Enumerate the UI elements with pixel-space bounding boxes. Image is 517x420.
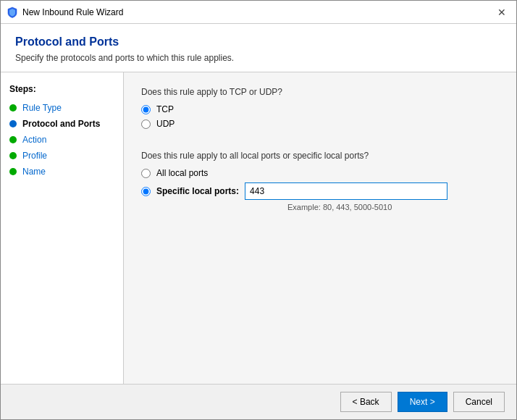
specific-ports-label[interactable]: Specific local ports:: [156, 186, 239, 196]
sidebar-label-protocol-ports: Protocol and Ports: [22, 119, 100, 129]
tcp-option[interactable]: TCP: [141, 104, 499, 114]
tcp-radio[interactable]: [141, 105, 151, 114]
sidebar-item-action[interactable]: Action: [1, 132, 123, 148]
step-dot-action: [9, 136, 17, 143]
next-button[interactable]: Next >: [398, 392, 447, 412]
tcp-label[interactable]: TCP: [156, 104, 174, 114]
steps-label: Steps:: [1, 81, 123, 100]
sidebar-label-action: Action: [22, 135, 46, 145]
udp-radio[interactable]: [141, 119, 151, 129]
sidebar-label-profile: Profile: [22, 151, 47, 161]
app-icon: [7, 7, 18, 18]
page-subtitle: Specify the protocols and ports to which…: [15, 53, 502, 63]
titlebar: New Inbound Rule Wizard ✕: [1, 1, 516, 24]
sidebar-label-name: Name: [22, 167, 46, 177]
udp-label[interactable]: UDP: [156, 119, 175, 129]
sidebar-item-profile[interactable]: Profile: [1, 148, 123, 164]
step-dot-rule-type: [9, 104, 17, 112]
step-dot-name: [9, 168, 17, 175]
all-ports-option[interactable]: All local ports: [141, 168, 499, 178]
udp-option[interactable]: UDP: [141, 119, 499, 129]
all-ports-label[interactable]: All local ports: [156, 168, 208, 178]
port-section: Does this rule apply to all local ports …: [141, 151, 499, 211]
sidebar-item-name[interactable]: Name: [1, 164, 123, 180]
header-section: Protocol and Ports Specify the protocols…: [1, 24, 516, 72]
all-ports-radio[interactable]: [141, 169, 151, 178]
page-title: Protocol and Ports: [15, 35, 502, 49]
port-example-text: Example: 80, 443, 5000-5010: [287, 203, 499, 211]
ports-question: Does this rule apply to all local ports …: [141, 151, 499, 161]
cancel-button[interactable]: Cancel: [453, 392, 505, 412]
window-title: New Inbound Rule Wizard: [22, 7, 493, 17]
sidebar-item-rule-type[interactable]: Rule Type: [1, 100, 123, 116]
main-body: Steps: Rule Type Protocol and Ports Acti…: [1, 72, 516, 384]
step-dot-profile: [9, 152, 17, 159]
close-button[interactable]: ✕: [493, 4, 510, 21]
sidebar-item-protocol-ports[interactable]: Protocol and Ports: [1, 116, 123, 132]
sidebar: Steps: Rule Type Protocol and Ports Acti…: [1, 72, 124, 384]
back-button[interactable]: < Back: [340, 392, 392, 412]
port-value-input[interactable]: [245, 182, 447, 200]
protocol-radio-group: TCP UDP: [141, 104, 499, 129]
step-dot-protocol-ports: [9, 120, 17, 127]
specific-ports-radio[interactable]: [141, 187, 151, 196]
footer: < Back Next > Cancel: [1, 384, 516, 419]
divider: [141, 133, 499, 148]
right-panel: Does this rule apply to TCP or UDP? TCP …: [124, 72, 516, 384]
sidebar-label-rule-type: Rule Type: [22, 103, 62, 113]
wizard-window: New Inbound Rule Wizard ✕ Protocol and P…: [0, 0, 517, 420]
specific-ports-row: Specific local ports:: [141, 182, 499, 200]
tcp-udp-question: Does this rule apply to TCP or UDP?: [141, 87, 499, 97]
